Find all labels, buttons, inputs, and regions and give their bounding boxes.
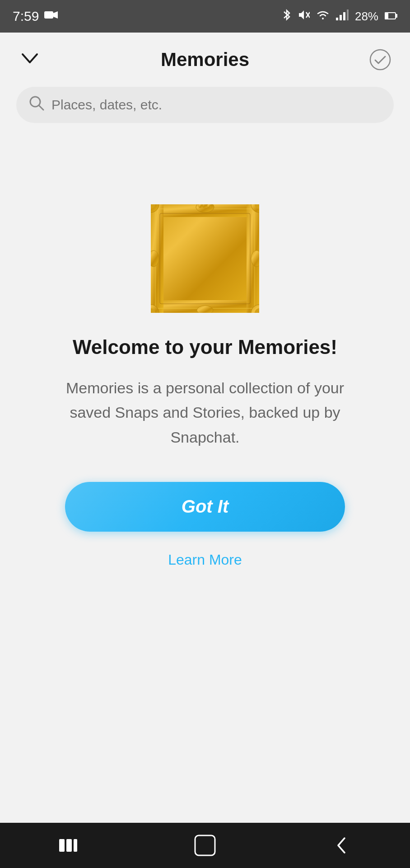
svg-rect-54 [74, 839, 77, 852]
search-input[interactable] [51, 97, 381, 113]
camera-icon [44, 9, 58, 23]
svg-rect-5 [340, 15, 342, 20]
nav-home-button[interactable] [187, 827, 223, 863]
svg-point-48 [207, 204, 212, 208]
svg-line-13 [39, 105, 43, 110]
svg-rect-9 [385, 13, 388, 19]
svg-rect-52 [59, 839, 65, 852]
search-bar[interactable] [16, 87, 394, 123]
svg-rect-0 [44, 11, 53, 19]
mute-icon [298, 9, 310, 24]
battery-icon [385, 10, 397, 23]
svg-point-11 [370, 50, 390, 70]
svg-rect-7 [347, 9, 349, 20]
signal-icon [336, 9, 349, 23]
search-icon [29, 95, 44, 114]
back-button[interactable] [16, 46, 43, 73]
avatar-frame [151, 204, 259, 313]
svg-point-47 [198, 204, 203, 208]
nav-back-button[interactable] [324, 827, 360, 863]
nav-recents-button[interactable] [50, 827, 86, 863]
status-time: 7:59 [13, 9, 39, 24]
svg-rect-4 [336, 18, 338, 20]
main-content: Welcome to your Memories! Memories is a … [0, 123, 410, 568]
wifi-icon [316, 9, 330, 23]
svg-rect-55 [195, 835, 215, 855]
page-title: Memories [161, 49, 249, 71]
svg-rect-10 [396, 14, 397, 18]
check-button[interactable] [367, 46, 394, 73]
header: Memories [0, 33, 410, 87]
bluetooth-icon [282, 9, 292, 24]
status-bar: 7:59 [0, 0, 410, 33]
status-bar-right: 28% [282, 9, 397, 24]
svg-rect-6 [343, 12, 345, 20]
status-bar-left: 7:59 [13, 9, 58, 24]
chevron-down-icon [20, 50, 40, 70]
nav-bar [0, 823, 410, 868]
got-it-label: Got It [182, 496, 228, 517]
svg-rect-53 [66, 839, 72, 852]
welcome-description: Memories is a personal collection of you… [51, 376, 359, 449]
svg-marker-1 [53, 11, 58, 19]
learn-more-link[interactable]: Learn More [168, 552, 242, 568]
battery-text: 28% [355, 9, 378, 24]
got-it-button[interactable]: Got It [65, 482, 345, 532]
svg-rect-28 [151, 204, 259, 313]
welcome-title: Welcome to your Memories! [73, 335, 337, 359]
